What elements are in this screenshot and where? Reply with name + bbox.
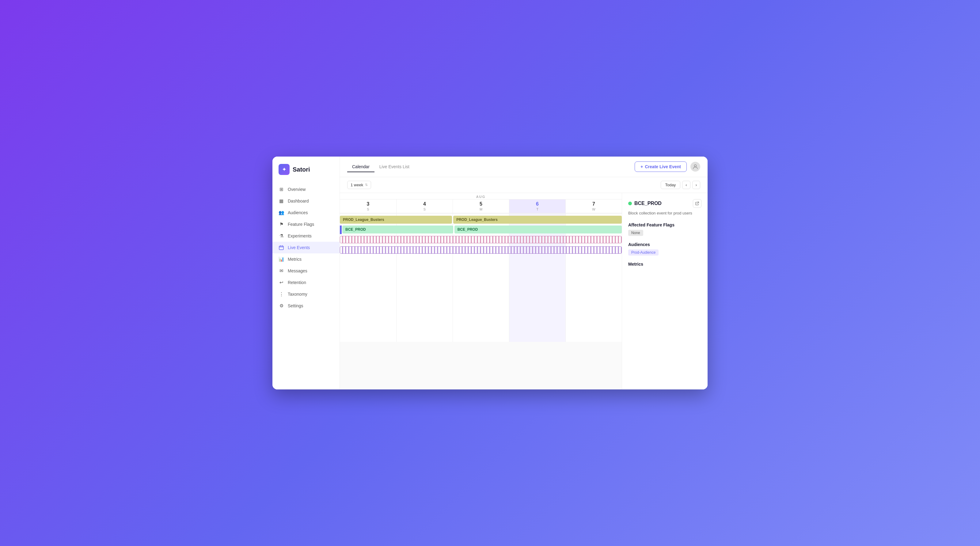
next-button[interactable]: › (692, 181, 700, 189)
day-header-3: 6 T (509, 199, 565, 213)
detail-event-name: BCE_PROD (634, 201, 662, 206)
event-row-prod-league: PROD_League_Busters PROD_League_Busters (340, 216, 622, 224)
sidebar-item-label: Taxonomy (288, 292, 307, 297)
settings-icon: ⚙ (278, 303, 284, 309)
day-num: 6 (509, 201, 565, 207)
event-label: BCE_PROD (458, 228, 478, 232)
day-name: S (340, 207, 396, 211)
sidebar-item-label: Metrics (288, 257, 302, 262)
sidebar-item-experiments[interactable]: ⚗ Experiments (272, 230, 339, 242)
retention-icon: ↩ (278, 280, 284, 285)
month-label: AUG (340, 193, 622, 199)
event-label: PROD_League_Busters (343, 218, 384, 222)
svg-rect-0 (279, 246, 283, 250)
prev-button[interactable]: ‹ (682, 181, 690, 189)
sidebar-item-label: Live Events (288, 245, 310, 250)
event-row-bce-prod: BCE_PROD BCE_PROD (340, 226, 622, 234)
svg-point-4 (694, 165, 697, 167)
profile-icon[interactable] (690, 162, 700, 172)
metrics-icon: 📊 (278, 256, 284, 262)
affected-feature-flags-section: Affected Feature Flags None (628, 223, 702, 236)
nav-buttons: Today ‹ › (661, 181, 700, 189)
calendar-wrapper: AUG 3 S 4 S 5 M 6 (340, 193, 708, 390)
overview-icon: ⊞ (278, 186, 284, 192)
event-bce-1[interactable]: BCE_PROD (342, 226, 453, 234)
day-header-1: 4 S (396, 199, 453, 213)
calendar-main: AUG 3 S 4 S 5 M 6 (340, 193, 622, 390)
event-prod-league-1[interactable]: PROD_League_Busters (340, 216, 452, 224)
metrics-title: Metrics (628, 262, 702, 267)
sidebar-item-retention[interactable]: ↩ Retention (272, 277, 339, 288)
event-pink-pattern (340, 236, 622, 243)
calendar-body: PROD_League_Busters PROD_League_Busters (340, 213, 622, 342)
sidebar-item-dashboard[interactable]: ▦ Dashboard (272, 195, 339, 207)
create-button-label: Create Live Event (645, 164, 681, 169)
tab-calendar[interactable]: Calendar (347, 162, 374, 172)
metrics-section: Metrics (628, 262, 702, 267)
event-row-purple[interactable] (340, 246, 622, 255)
day-name: W (566, 207, 622, 211)
day-header-2: 5 M (453, 199, 509, 213)
sidebar-item-label: Retention (288, 280, 306, 285)
feature-flag-tag-none: None (628, 230, 643, 236)
sidebar-item-label: Settings (288, 303, 303, 308)
detail-description: Block collection event for prod users (628, 210, 702, 216)
day-name: M (453, 207, 509, 211)
create-live-event-button[interactable]: + Create Live Event (635, 161, 687, 172)
feature-flags-icon: ⚑ (278, 221, 284, 227)
logo-text: Satori (293, 166, 310, 173)
day-num: 7 (566, 201, 622, 207)
sidebar-item-live-events[interactable]: Live Events (272, 242, 339, 253)
selector-arrows-icon: ⇅ (365, 183, 368, 187)
sidebar-item-feature-flags[interactable]: ⚑ Feature Flags (272, 218, 339, 230)
sidebar-item-label: Audiences (288, 210, 308, 215)
day-name: T (509, 207, 565, 211)
day-header-4: 7 W (565, 199, 622, 213)
day-name: S (396, 207, 453, 211)
sidebar-item-overview[interactable]: ⊞ Overview (272, 183, 339, 195)
main-content: Calendar Live Events List + Create Live … (340, 156, 708, 390)
sidebar-item-metrics[interactable]: 📊 Metrics (272, 253, 339, 265)
day-num: 5 (453, 201, 509, 207)
sidebar-item-taxonomy[interactable]: ⋮ Taxonomy (272, 288, 339, 300)
event-bce-2[interactable]: BCE_PROD (455, 226, 622, 234)
detail-header: BCE_PROD (628, 199, 702, 208)
event-prod-league-2[interactable]: PROD_League_Busters (453, 216, 622, 224)
events-layer: PROD_League_Busters PROD_League_Busters (340, 213, 622, 257)
day-num: 4 (396, 201, 453, 207)
day-header-0: 3 S (340, 199, 396, 213)
sidebar-item-audiences[interactable]: 👥 Audiences (272, 207, 339, 218)
audience-tag-prod: Prod-Audience (628, 249, 659, 256)
audiences-icon: 👥 (278, 210, 284, 215)
affected-feature-flags-title: Affected Feature Flags (628, 223, 702, 228)
event-label: BCE_PROD (345, 228, 366, 232)
detail-title-row: BCE_PROD (628, 201, 662, 206)
event-row-pink[interactable] (340, 236, 622, 245)
tab-live-events-list[interactable]: Live Events List (374, 162, 414, 172)
calendar-toolbar: 1 week ⇅ Today ‹ › (340, 177, 708, 193)
sidebar-item-messages[interactable]: ✉ Messages (272, 265, 339, 277)
sidebar: ✦ Satori ⊞ Overview ▦ Dashboard 👥 Audien… (272, 156, 340, 390)
sidebar-item-settings[interactable]: ⚙ Settings (272, 300, 339, 312)
status-dot (628, 202, 632, 205)
logo: ✦ Satori (272, 164, 339, 183)
detail-panel: BCE_PROD Block collection event for prod… (622, 193, 708, 390)
external-link-button[interactable] (693, 199, 702, 208)
bce-selected-indicator (341, 226, 342, 234)
taxonomy-icon: ⋮ (278, 291, 284, 297)
audiences-section: Audiences Prod-Audience (628, 242, 702, 256)
tabs: Calendar Live Events List (347, 162, 414, 172)
today-button[interactable]: Today (661, 181, 681, 189)
live-events-icon (278, 245, 284, 250)
experiments-icon: ⚗ (278, 233, 284, 239)
sidebar-item-label: Messages (288, 268, 307, 273)
top-bar-right: + Create Live Event (635, 161, 700, 172)
week-selector[interactable]: 1 week ⇅ (347, 181, 371, 189)
plus-icon: + (641, 164, 643, 169)
sidebar-item-label: Feature Flags (288, 222, 314, 227)
week-selector-label: 1 week (350, 183, 363, 187)
audiences-title: Audiences (628, 242, 702, 247)
top-bar: Calendar Live Events List + Create Live … (340, 156, 708, 177)
sidebar-item-label: Overview (288, 187, 305, 192)
dashboard-icon: ▦ (278, 198, 284, 204)
